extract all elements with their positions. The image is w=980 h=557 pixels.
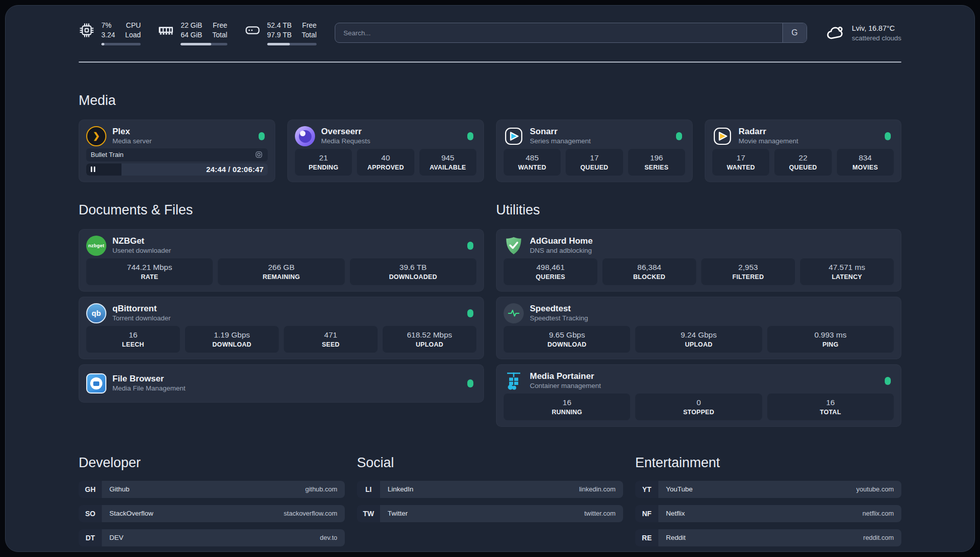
stat-tile: 16 TOTAL <box>767 394 894 420</box>
speedtest-pulse-icon <box>504 303 524 323</box>
bookmark-name: LinkedIn <box>388 485 413 493</box>
app-title: qBittorrent <box>112 303 171 314</box>
bookmark-name: YouTube <box>666 485 693 493</box>
bookmark-url: netflix.com <box>863 510 894 517</box>
bookmark-name: DEV <box>109 534 124 541</box>
section-title-social: Social <box>357 455 623 471</box>
disk-total-label: Total <box>302 30 317 40</box>
bookmark-abbr: LI <box>357 481 380 498</box>
bookmark-url: github.com <box>305 485 337 493</box>
memory-free-value: 22 GiB <box>180 21 202 30</box>
cpu-icon <box>79 22 95 38</box>
app-card-speedtest[interactable]: Speedtest Speedtest Tracking 9.65 Gbps D… <box>496 297 901 359</box>
search-input[interactable] <box>335 23 782 42</box>
bookmark-stackoverflow[interactable]: SO StackOverflow stackoverflow.com <box>79 505 345 522</box>
app-description: DNS and adblocking <box>530 246 593 255</box>
memory-total-value: 64 GiB <box>180 30 202 40</box>
plex-icon: ❯ <box>86 126 106 146</box>
app-card-portainer[interactable]: Media Portainer Container management 16 … <box>496 364 901 427</box>
disk-free-value: 52.4 TB <box>267 21 292 30</box>
search-provider-button[interactable]: G <box>782 23 807 42</box>
stat-tile: 945 AVAILABLE <box>419 149 476 175</box>
status-dot <box>885 132 891 140</box>
filebrowser-icon <box>86 373 106 394</box>
app-card-radarr[interactable]: Radarr Movie management 17 WANTED 22 QUE… <box>705 120 901 182</box>
app-title: Overseerr <box>321 126 371 137</box>
bookmark-youtube[interactable]: YT YouTube youtube.com <box>635 481 901 498</box>
section-title-media: Media <box>79 93 901 108</box>
stat-tile: 47.571 ms LATENCY <box>800 258 894 285</box>
stat-tile: 1.19 Gbps DOWNLOAD <box>185 326 279 352</box>
cloud-icon <box>825 23 845 43</box>
app-card-filebrowser[interactable]: File Browser Media File Management <box>79 364 484 403</box>
search-bar: G <box>335 23 807 43</box>
bookmark-abbr: RE <box>635 529 658 546</box>
stat-tile: 0 STOPPED <box>635 394 762 420</box>
status-dot <box>467 379 473 387</box>
app-card-nzbget[interactable]: nzbget NZBGet Usenet downloader 744.21 M… <box>79 229 484 292</box>
app-description: Series management <box>530 137 591 146</box>
bookmark-twitter[interactable]: TW Twitter twitter.com <box>357 505 623 522</box>
playback-progress-bar: 24:44 / 02:06:47 <box>86 163 268 176</box>
bookmark-github[interactable]: GH Github github.com <box>79 481 345 498</box>
app-card-plex[interactable]: ❯ Plex Media server Bullet Train <box>79 120 275 182</box>
bookmark-abbr: SO <box>79 505 102 522</box>
documents-column: Documents & Files nzbget NZBGet Usenet d… <box>79 202 484 427</box>
weather-location: Lviv, 16.87°C <box>852 23 901 33</box>
bookmark-name: StackOverflow <box>109 510 153 517</box>
stat-tile: 0.993 ms PING <box>767 326 894 352</box>
memory-icon <box>158 22 174 38</box>
app-description: Torrent downloader <box>112 314 171 323</box>
resource-widgets: 7% 3.24 CPU Load <box>79 21 317 45</box>
stat-tile: 485 WANTED <box>504 149 561 175</box>
disk-icon <box>244 22 261 38</box>
social-section: Social LI LinkedIn linkedin.com TW Twitt… <box>357 455 623 546</box>
app-description: Media File Management <box>112 384 186 393</box>
nzbget-icon: nzbget <box>86 236 106 256</box>
bookmark-url: twitter.com <box>584 510 616 517</box>
memory-progress-fill <box>180 43 211 45</box>
status-dot <box>676 132 682 140</box>
sonarr-icon <box>504 126 524 146</box>
stat-tile: 498,461 QUERIES <box>504 258 597 285</box>
stat-tile: 22 QUEUED <box>774 149 831 175</box>
developer-section: Developer GH Github github.com SO StackO… <box>79 455 345 546</box>
cpu-load-value: 3.24 <box>101 30 115 40</box>
section-title-developer: Developer <box>79 455 345 471</box>
bookmark-url: dev.to <box>320 534 337 541</box>
app-card-sonarr[interactable]: Sonarr Series management 485 WANTED 17 Q… <box>496 120 693 182</box>
weather-widget[interactable]: Lviv, 16.87°C scattered clouds <box>825 23 901 43</box>
bookmark-abbr: GH <box>79 481 102 498</box>
entertainment-section: Entertainment YT YouTube youtube.com NF … <box>635 455 901 546</box>
app-description: Movie management <box>739 137 799 146</box>
memory-free-label: Free <box>212 21 227 30</box>
status-dot <box>885 377 891 385</box>
radarr-icon <box>712 126 732 146</box>
section-title-documents: Documents & Files <box>79 202 484 218</box>
stat-tile: 21 PENDING <box>295 149 352 175</box>
app-card-overseerr[interactable]: Overseerr Media Requests 21 PENDING 40 A… <box>287 120 484 182</box>
app-title: Radarr <box>739 126 799 137</box>
stat-tile: 17 WANTED <box>712 149 769 175</box>
cpu-label: CPU <box>125 21 141 30</box>
app-description: Media Requests <box>321 137 371 146</box>
header-divider <box>79 62 901 63</box>
stat-tile: 40 APPROVED <box>357 149 414 175</box>
app-card-adguard-home[interactable]: AdGuard Home DNS and adblocking 498,461 … <box>496 229 901 292</box>
app-card-qbittorrent[interactable]: qb qBittorrent Torrent downloader 16 LEE… <box>79 297 484 359</box>
section-title-utilities: Utilities <box>496 202 901 218</box>
adguard-shield-icon <box>504 236 524 256</box>
bookmark-linkedin[interactable]: LI LinkedIn linkedin.com <box>357 481 623 498</box>
bookmark-dev[interactable]: DT DEV dev.to <box>79 529 345 546</box>
dashboard: 7% 3.24 CPU Load <box>5 5 975 552</box>
app-title: File Browser <box>112 373 186 384</box>
bookmark-name: Github <box>109 485 130 493</box>
bookmark-reddit[interactable]: RE Reddit reddit.com <box>635 529 901 546</box>
now-playing-row: Bullet Train <box>86 148 268 161</box>
portainer-icon <box>504 371 524 391</box>
bookmark-url: stackoverflow.com <box>284 510 337 517</box>
bookmark-netflix[interactable]: NF Netflix netflix.com <box>635 505 901 522</box>
stat-tile: 834 MOVIES <box>837 149 894 175</box>
weather-condition: scattered clouds <box>852 34 901 43</box>
stat-tile: 16 RUNNING <box>504 394 630 420</box>
